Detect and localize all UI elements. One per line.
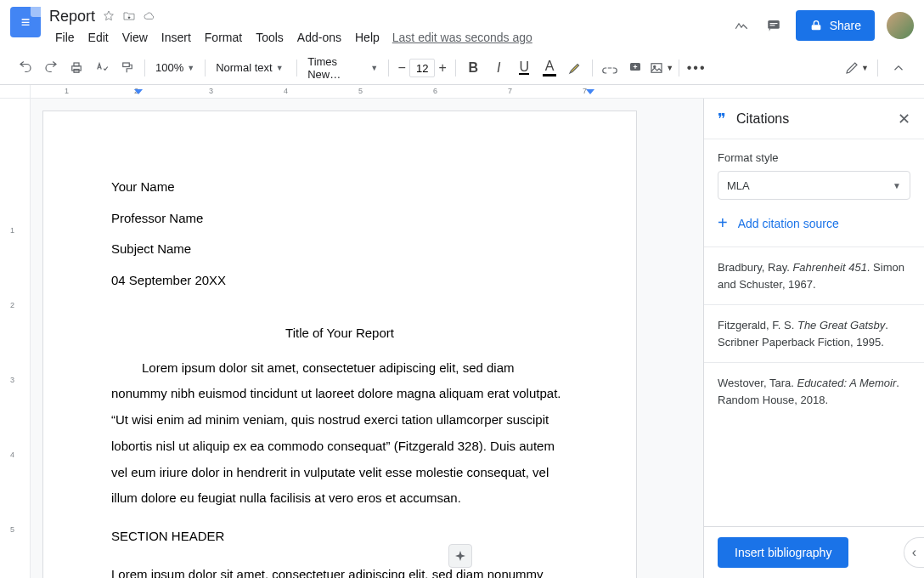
- collapse-toolbar-button[interactable]: [887, 56, 910, 80]
- star-icon[interactable]: [102, 9, 116, 23]
- app-header: ≡ Report File Edit View Insert Format To…: [0, 0, 924, 51]
- menu-help[interactable]: Help: [349, 27, 386, 48]
- move-icon[interactable]: [122, 9, 136, 23]
- menu-format[interactable]: Format: [199, 27, 248, 48]
- redo-button[interactable]: [39, 56, 63, 80]
- citation-source[interactable]: Westover, Tara. Educated: A Memoir. Rand…: [704, 362, 924, 420]
- svg-rect-5: [74, 63, 79, 66]
- underline-button[interactable]: U: [512, 56, 536, 80]
- menu-addons[interactable]: Add-ons: [291, 27, 347, 48]
- toolbar: 100%▼ Normal text▼ Times New…▼ − 12 + B …: [0, 51, 924, 85]
- share-label: Share: [830, 19, 861, 32]
- report-title[interactable]: Title of Your Report: [111, 324, 568, 343]
- font-select[interactable]: Times New…▼: [302, 57, 383, 79]
- undo-button[interactable]: [14, 56, 37, 80]
- page[interactable]: Your Name Professor Name Subject Name 04…: [42, 110, 637, 578]
- print-button[interactable]: [65, 56, 88, 80]
- menu-insert[interactable]: Insert: [155, 27, 197, 48]
- line-date[interactable]: 04 September 20XX: [111, 271, 568, 291]
- insert-comment-button[interactable]: [623, 56, 647, 80]
- citation-source[interactable]: Bradbury, Ray. Fahrenheit 451. Simon and…: [704, 246, 924, 304]
- spellcheck-button[interactable]: [90, 56, 114, 80]
- last-edit-status[interactable]: Last edit was seconds ago: [392, 31, 532, 44]
- section-header[interactable]: SECTION HEADER: [111, 524, 568, 550]
- format-style-label: Format style: [718, 151, 910, 164]
- line-your-name[interactable]: Your Name: [111, 178, 568, 197]
- comments-icon[interactable]: [763, 15, 784, 36]
- insert-image-button[interactable]: ▼: [649, 56, 673, 80]
- bold-button[interactable]: B: [461, 56, 485, 80]
- highlight-button[interactable]: [563, 56, 587, 80]
- share-button[interactable]: Share: [796, 10, 875, 41]
- paint-format-button[interactable]: [116, 56, 139, 80]
- font-size-control[interactable]: − 12 +: [394, 56, 450, 80]
- italic-button[interactable]: I: [487, 56, 510, 80]
- document-canvas[interactable]: Your Name Professor Name Subject Name 04…: [31, 99, 703, 578]
- font-size-decrease[interactable]: −: [394, 56, 409, 80]
- citations-panel: ❞ Citations ✕ Format style MLA ▼ + Add c…: [703, 99, 924, 578]
- menu-file[interactable]: File: [49, 27, 81, 48]
- style-select[interactable]: Normal text▼: [211, 57, 291, 79]
- svg-rect-0: [768, 20, 780, 29]
- plus-icon: +: [718, 213, 728, 233]
- vertical-ruler[interactable]: 1 2 3 4 5: [0, 99, 31, 578]
- indent-marker-left[interactable]: [134, 89, 143, 94]
- explore-button[interactable]: [448, 544, 472, 568]
- activity-icon[interactable]: [731, 15, 752, 36]
- chevron-down-icon: ▼: [893, 181, 901, 190]
- font-size-increase[interactable]: +: [435, 56, 450, 80]
- document-title[interactable]: Report: [49, 8, 95, 26]
- insert-link-button[interactable]: [598, 56, 622, 80]
- indent-marker-right[interactable]: [586, 89, 594, 94]
- paragraph-2[interactable]: Lorem ipsum dolor sit amet, consectetuer…: [111, 562, 568, 578]
- insert-bibliography-button[interactable]: Insert bibliography: [718, 537, 848, 568]
- text-color-button[interactable]: A: [538, 56, 561, 80]
- svg-rect-4: [72, 65, 82, 70]
- cloud-icon[interactable]: [143, 9, 156, 23]
- close-panel-button[interactable]: ✕: [898, 110, 910, 128]
- line-subject[interactable]: Subject Name: [111, 240, 568, 259]
- citation-source[interactable]: Fitzgerald, F. S. The Great Gatsby. Scri…: [704, 304, 924, 362]
- editing-mode-button[interactable]: ▼: [844, 56, 869, 80]
- more-toolbar-button[interactable]: •••: [685, 56, 708, 80]
- svg-rect-3: [811, 25, 820, 30]
- account-avatar[interactable]: [887, 12, 914, 39]
- docs-logo[interactable]: ≡: [10, 7, 41, 37]
- menu-view[interactable]: View: [116, 27, 154, 48]
- line-professor[interactable]: Professor Name: [111, 209, 568, 229]
- quote-icon: ❞: [718, 110, 726, 128]
- horizontal-ruler[interactable]: 1 2 3 4 5 6 7 7: [0, 85, 924, 99]
- menu-tools[interactable]: Tools: [250, 27, 290, 48]
- svg-rect-2: [769, 25, 775, 26]
- format-style-select[interactable]: MLA ▼: [718, 171, 910, 200]
- zoom-select[interactable]: 100%▼: [150, 57, 200, 79]
- add-citation-source-button[interactable]: + Add citation source: [718, 200, 910, 246]
- menu-edit[interactable]: Edit: [82, 27, 115, 48]
- paragraph-1[interactable]: Lorem ipsum dolor sit amet, consectetuer…: [111, 355, 568, 513]
- svg-rect-9: [651, 63, 662, 72]
- citations-title: Citations: [736, 111, 887, 127]
- menu-bar: File Edit View Insert Format Tools Add-o…: [49, 27, 731, 48]
- font-size-value[interactable]: 12: [409, 59, 435, 77]
- svg-rect-7: [123, 63, 130, 67]
- svg-rect-1: [769, 23, 777, 24]
